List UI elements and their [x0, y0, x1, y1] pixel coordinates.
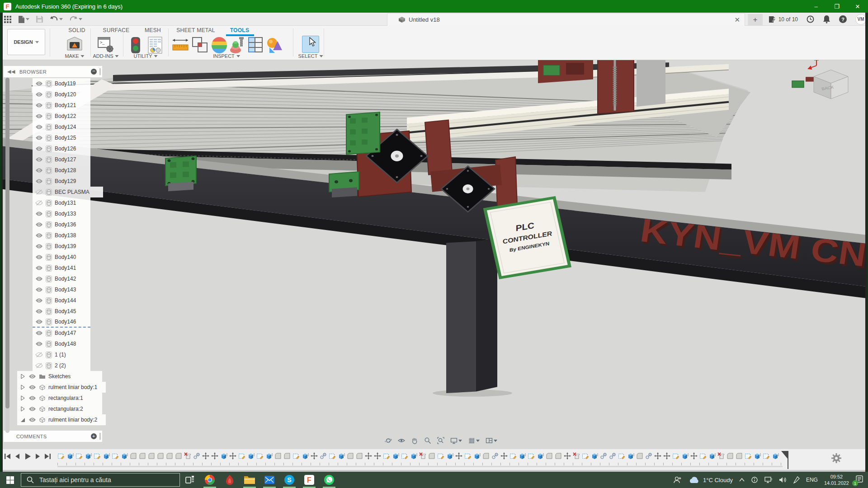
- browser-scrollbar-thumb[interactable]: [5, 78, 9, 408]
- timeline-extrude-icon[interactable]: [85, 452, 92, 460]
- visibility-eye-icon[interactable]: [35, 298, 43, 303]
- onedrive-status-icon[interactable]: [751, 476, 758, 483]
- browser-item-body148[interactable]: Body148: [33, 338, 90, 349]
- action-center-icon[interactable]: 1: [855, 475, 863, 485]
- timeline-sketch-icon[interactable]: [256, 452, 264, 460]
- volume-icon[interactable]: [779, 476, 787, 483]
- pen-input-icon[interactable]: [793, 476, 800, 483]
- browser-item-bec-plasma[interactable]: BEC PLASMA: [33, 187, 103, 197]
- visibility-eye-icon[interactable]: [35, 363, 43, 368]
- help-icon[interactable]: ?: [839, 15, 847, 23]
- timeline-fillet-icon[interactable]: [166, 452, 173, 460]
- timeline-fillet-icon[interactable]: [736, 452, 743, 460]
- language-indicator[interactable]: ENG: [806, 477, 818, 483]
- timeline-delete-icon[interactable]: [717, 452, 725, 460]
- timeline-go-to-start-icon[interactable]: [4, 452, 12, 460]
- weather-widget[interactable]: 1°C Cloudy: [689, 476, 733, 483]
- timeline-extrude-icon[interactable]: [473, 452, 481, 460]
- timeline-move-icon[interactable]: [564, 452, 571, 460]
- interference-icon[interactable]: [192, 37, 208, 55]
- visibility-eye-icon[interactable]: [35, 178, 43, 184]
- model-viewport[interactable]: KYN_VM CNC KYN_VM CNC: [0, 60, 868, 449]
- group-utility[interactable]: UTILITY: [134, 53, 158, 59]
- scripts-addins-icon[interactable]: >_: [97, 37, 114, 55]
- timeline-extrude-icon[interactable]: [754, 452, 761, 460]
- parameters-table-icon[interactable]: [147, 37, 163, 56]
- visibility-eye-icon[interactable]: [28, 406, 36, 412]
- timeline-sketch-icon[interactable]: [75, 452, 83, 460]
- visibility-eye-icon[interactable]: [35, 330, 43, 336]
- display-settings-icon[interactable]: [449, 436, 463, 445]
- timeline-sketch-icon[interactable]: [383, 452, 390, 460]
- timeline-extrude-icon[interactable]: [392, 452, 399, 460]
- visibility-eye-icon[interactable]: [35, 352, 43, 357]
- browser-item-body144[interactable]: Body144: [33, 295, 90, 306]
- expand-arrow-icon[interactable]: [20, 417, 26, 423]
- job-status[interactable]: 10 of 10: [768, 16, 798, 23]
- comments-bar[interactable]: COMMENTS +: [4, 431, 102, 442]
- visibility-eye-icon[interactable]: [35, 92, 43, 97]
- browser-item-body125[interactable]: Body125: [33, 132, 90, 143]
- browser-minimize-icon[interactable]: −: [91, 69, 97, 75]
- timeline-fillet-icon[interactable]: [546, 452, 553, 460]
- browser-item-body133[interactable]: Body133: [33, 208, 90, 219]
- visibility-eye-icon[interactable]: [28, 417, 36, 422]
- timeline-delete-icon[interactable]: [419, 452, 426, 460]
- visibility-eye-icon[interactable]: [35, 200, 43, 206]
- taskbar-app-red-flame-app[interactable]: [220, 472, 240, 488]
- timeline-sketch-icon[interactable]: [112, 452, 119, 460]
- browser-item-body127[interactable]: Body127: [33, 154, 90, 165]
- search-input[interactable]: [38, 476, 165, 484]
- expand-arrow-icon[interactable]: [20, 384, 26, 390]
- expand-arrow-icon[interactable]: [20, 395, 26, 401]
- user-avatar[interactable]: VM: [855, 14, 866, 25]
- browser-item-body143[interactable]: Body143: [33, 284, 90, 295]
- timeline-settings-gear-icon[interactable]: [831, 453, 842, 465]
- tab-solid[interactable]: SOLID: [68, 27, 85, 33]
- viewports-icon[interactable]: [485, 436, 498, 445]
- look-at-icon[interactable]: [397, 436, 406, 445]
- timeline-joint-icon[interactable]: [193, 452, 200, 460]
- timeline-joint-icon[interactable]: [600, 452, 607, 460]
- timeline-sketch-icon[interactable]: [94, 452, 101, 460]
- visibility-eye-icon[interactable]: [28, 374, 36, 379]
- browser-item-1-1-[interactable]: 1 (1): [33, 349, 90, 360]
- timeline-sketch-icon[interactable]: [401, 452, 408, 460]
- browser-item-body129[interactable]: Body129: [33, 176, 90, 187]
- timeline-step-back-icon[interactable]: [14, 452, 22, 460]
- document-close-icon[interactable]: ✕: [734, 16, 740, 24]
- timeline-move-icon[interactable]: [202, 452, 209, 460]
- expand-arrow-icon[interactable]: [20, 373, 26, 380]
- visibility-eye-icon[interactable]: [35, 135, 43, 141]
- browser-item-body147[interactable]: Body147: [33, 328, 90, 338]
- timeline-extrude-icon[interactable]: [66, 452, 74, 460]
- maximize-button[interactable]: ❐: [826, 0, 847, 13]
- timeline-sketch-icon[interactable]: [699, 452, 707, 460]
- timeline-fillet-icon[interactable]: [482, 452, 490, 460]
- browser-item-rectangulara-1[interactable]: rectangulara:1: [17, 393, 102, 404]
- timeline-extrude-icon[interactable]: [103, 452, 110, 460]
- taskbar-app-skype[interactable]: S: [279, 472, 299, 488]
- fit-icon[interactable]: [436, 436, 445, 445]
- notifications-bell-icon[interactable]: [823, 15, 830, 23]
- browser-item-body138[interactable]: Body138: [33, 230, 90, 241]
- workspace-selector[interactable]: DESIGN: [7, 29, 45, 55]
- pan-icon[interactable]: [410, 436, 419, 445]
- timeline-fillet-icon[interactable]: [157, 452, 164, 460]
- display-grid-icon[interactable]: [248, 37, 263, 55]
- browser-item-body146[interactable]: Body146: [33, 317, 90, 328]
- minimize-button[interactable]: –: [806, 0, 826, 13]
- timeline-fillet-icon[interactable]: [283, 452, 291, 460]
- browser-item-body119[interactable]: Body119: [33, 78, 90, 89]
- diagnostics-traffic-light-icon[interactable]: [129, 37, 142, 56]
- timeline-fillet-icon[interactable]: [555, 452, 562, 460]
- taskbar-app-file-explorer[interactable]: [240, 472, 259, 488]
- taskbar-app-mail[interactable]: [259, 472, 279, 488]
- browser-item-body140[interactable]: Body140: [33, 252, 90, 263]
- undo-icon[interactable]: [49, 15, 64, 24]
- timeline-move-icon[interactable]: [690, 452, 698, 460]
- tab-sheet-metal[interactable]: SHEET METAL: [176, 27, 215, 33]
- timeline-sketch-icon[interactable]: [745, 452, 752, 460]
- app-menu-icon[interactable]: [3, 14, 13, 24]
- timeline-delete-icon[interactable]: [184, 452, 191, 460]
